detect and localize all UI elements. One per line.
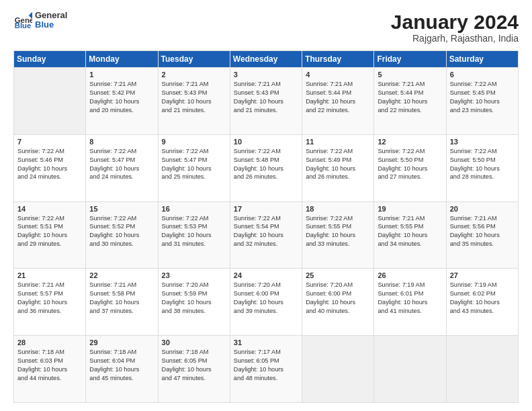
- logo: General Blue General Blue: [13, 11, 67, 30]
- day-info: Sunrise: 7:21 AMSunset: 5:44 PMDaylight:…: [306, 80, 370, 115]
- calendar-cell: 7Sunrise: 7:22 AMSunset: 5:46 PMDaylight…: [14, 134, 86, 201]
- calendar-cell: 10Sunrise: 7:22 AMSunset: 5:48 PMDayligh…: [230, 134, 302, 201]
- day-info: Sunrise: 7:21 AMSunset: 5:43 PMDaylight:…: [162, 80, 226, 115]
- calendar-cell: 13Sunrise: 7:22 AMSunset: 5:50 PMDayligh…: [446, 134, 518, 201]
- calendar-page: General Blue General Blue January 2024 R…: [0, 0, 532, 411]
- day-number: 16: [162, 205, 226, 213]
- calendar-cell: 22Sunrise: 7:21 AMSunset: 5:58 PMDayligh…: [86, 269, 158, 336]
- calendar-cell: [374, 336, 446, 403]
- day-info: Sunrise: 7:18 AMSunset: 6:03 PMDaylight:…: [17, 348, 82, 383]
- day-number: 18: [306, 205, 370, 213]
- calendar-week-5: 28Sunrise: 7:18 AMSunset: 6:03 PMDayligh…: [14, 336, 519, 403]
- day-info: Sunrise: 7:22 AMSunset: 5:50 PMDaylight:…: [450, 147, 515, 182]
- calendar-cell: 9Sunrise: 7:22 AMSunset: 5:47 PMDaylight…: [158, 134, 230, 201]
- day-number: 22: [89, 271, 154, 279]
- day-number: 29: [89, 338, 154, 347]
- day-info: Sunrise: 7:21 AMSunset: 5:55 PMDaylight:…: [378, 214, 442, 249]
- calendar-cell: 16Sunrise: 7:22 AMSunset: 5:53 PMDayligh…: [158, 201, 230, 269]
- calendar-cell: 24Sunrise: 7:20 AMSunset: 6:00 PMDayligh…: [230, 269, 302, 336]
- weekday-saturday: Saturday: [446, 51, 518, 68]
- calendar-cell: [446, 336, 518, 403]
- calendar-cell: 31Sunrise: 7:17 AMSunset: 6:05 PMDayligh…: [230, 336, 302, 403]
- calendar-cell: 17Sunrise: 7:22 AMSunset: 5:54 PMDayligh…: [230, 201, 302, 269]
- weekday-wednesday: Wednesday: [230, 51, 302, 68]
- day-number: 23: [162, 271, 226, 279]
- day-info: Sunrise: 7:22 AMSunset: 5:45 PMDaylight:…: [450, 80, 515, 115]
- day-info: Sunrise: 7:20 AMSunset: 5:59 PMDaylight:…: [162, 281, 226, 316]
- calendar-cell: 18Sunrise: 7:22 AMSunset: 5:55 PMDayligh…: [302, 201, 374, 269]
- day-number: 3: [234, 71, 298, 79]
- calendar-week-3: 14Sunrise: 7:22 AMSunset: 5:51 PMDayligh…: [14, 201, 519, 269]
- weekday-friday: Friday: [374, 51, 446, 68]
- day-number: 14: [17, 205, 82, 213]
- day-info: Sunrise: 7:22 AMSunset: 5:55 PMDaylight:…: [306, 214, 370, 249]
- day-info: Sunrise: 7:22 AMSunset: 5:47 PMDaylight:…: [89, 147, 154, 182]
- day-number: 24: [234, 271, 298, 279]
- day-number: 17: [234, 205, 298, 213]
- calendar-cell: 20Sunrise: 7:21 AMSunset: 5:56 PMDayligh…: [446, 201, 518, 269]
- calendar-cell: 1Sunrise: 7:21 AMSunset: 5:42 PMDaylight…: [86, 68, 158, 135]
- calendar-cell: 29Sunrise: 7:18 AMSunset: 6:04 PMDayligh…: [86, 336, 158, 403]
- calendar-cell: 14Sunrise: 7:22 AMSunset: 5:51 PMDayligh…: [14, 201, 86, 269]
- day-number: 31: [234, 338, 298, 347]
- day-info: Sunrise: 7:20 AMSunset: 6:00 PMDaylight:…: [306, 281, 370, 316]
- day-number: 15: [89, 205, 154, 213]
- calendar-week-1: 1Sunrise: 7:21 AMSunset: 5:42 PMDaylight…: [14, 68, 519, 135]
- location: Rajgarh, Rajasthan, India: [391, 33, 519, 44]
- calendar-cell: 21Sunrise: 7:21 AMSunset: 5:57 PMDayligh…: [14, 269, 86, 336]
- calendar-cell: 6Sunrise: 7:22 AMSunset: 5:45 PMDaylight…: [446, 68, 518, 135]
- day-info: Sunrise: 7:22 AMSunset: 5:51 PMDaylight:…: [17, 214, 82, 249]
- calendar-cell: 26Sunrise: 7:19 AMSunset: 6:01 PMDayligh…: [374, 269, 446, 336]
- calendar-cell: 19Sunrise: 7:21 AMSunset: 5:55 PMDayligh…: [374, 201, 446, 269]
- day-number: 19: [378, 205, 442, 213]
- weekday-header-row: SundayMondayTuesdayWednesdayThursdayFrid…: [14, 51, 519, 68]
- day-number: 13: [450, 138, 515, 146]
- day-info: Sunrise: 7:22 AMSunset: 5:46 PMDaylight:…: [17, 147, 82, 182]
- calendar-cell: 4Sunrise: 7:21 AMSunset: 5:44 PMDaylight…: [302, 68, 374, 135]
- day-number: 7: [17, 138, 82, 146]
- day-info: Sunrise: 7:19 AMSunset: 6:02 PMDaylight:…: [450, 281, 515, 316]
- day-number: 11: [306, 138, 370, 146]
- calendar-cell: 12Sunrise: 7:22 AMSunset: 5:50 PMDayligh…: [374, 134, 446, 201]
- calendar-cell: 15Sunrise: 7:22 AMSunset: 5:52 PMDayligh…: [86, 201, 158, 269]
- day-number: 10: [234, 138, 298, 146]
- day-number: 9: [162, 138, 226, 146]
- day-number: 6: [450, 71, 515, 79]
- calendar-cell: 3Sunrise: 7:21 AMSunset: 5:43 PMDaylight…: [230, 68, 302, 135]
- day-number: 21: [17, 271, 82, 279]
- day-info: Sunrise: 7:22 AMSunset: 5:50 PMDaylight:…: [378, 147, 442, 182]
- day-info: Sunrise: 7:22 AMSunset: 5:49 PMDaylight:…: [306, 147, 370, 182]
- day-info: Sunrise: 7:21 AMSunset: 5:57 PMDaylight:…: [17, 281, 82, 316]
- day-info: Sunrise: 7:21 AMSunset: 5:43 PMDaylight:…: [234, 80, 298, 115]
- day-info: Sunrise: 7:22 AMSunset: 5:52 PMDaylight:…: [89, 214, 154, 249]
- calendar-week-2: 7Sunrise: 7:22 AMSunset: 5:46 PMDaylight…: [14, 134, 519, 201]
- calendar-cell: 30Sunrise: 7:18 AMSunset: 6:05 PMDayligh…: [158, 336, 230, 403]
- calendar-cell: 27Sunrise: 7:19 AMSunset: 6:02 PMDayligh…: [446, 269, 518, 336]
- day-info: Sunrise: 7:17 AMSunset: 6:05 PMDaylight:…: [234, 348, 298, 383]
- day-number: 4: [306, 71, 370, 79]
- day-number: 5: [378, 71, 442, 79]
- logo-blue: Blue: [35, 20, 67, 30]
- calendar-week-4: 21Sunrise: 7:21 AMSunset: 5:57 PMDayligh…: [14, 269, 519, 336]
- calendar-cell: [302, 336, 374, 403]
- header: General Blue General Blue January 2024 R…: [13, 11, 519, 44]
- calendar-cell: 23Sunrise: 7:20 AMSunset: 5:59 PMDayligh…: [158, 269, 230, 336]
- day-info: Sunrise: 7:22 AMSunset: 5:47 PMDaylight:…: [162, 147, 226, 182]
- day-info: Sunrise: 7:22 AMSunset: 5:54 PMDaylight:…: [234, 214, 298, 249]
- month-title: January 2024: [391, 11, 519, 33]
- calendar-cell: 5Sunrise: 7:21 AMSunset: 5:44 PMDaylight…: [374, 68, 446, 135]
- calendar-cell: 25Sunrise: 7:20 AMSunset: 6:00 PMDayligh…: [302, 269, 374, 336]
- calendar-table: SundayMondayTuesdayWednesdayThursdayFrid…: [13, 50, 519, 403]
- day-number: 27: [450, 271, 515, 279]
- day-number: 1: [89, 71, 154, 79]
- day-number: 26: [378, 271, 442, 279]
- day-info: Sunrise: 7:21 AMSunset: 5:56 PMDaylight:…: [450, 214, 515, 249]
- weekday-sunday: Sunday: [14, 51, 86, 68]
- svg-text:Blue: Blue: [15, 22, 32, 30]
- day-number: 28: [17, 338, 82, 347]
- day-number: 30: [162, 338, 226, 347]
- day-number: 2: [162, 71, 226, 79]
- day-info: Sunrise: 7:22 AMSunset: 5:53 PMDaylight:…: [162, 214, 226, 249]
- day-number: 25: [306, 271, 370, 279]
- calendar-cell: 8Sunrise: 7:22 AMSunset: 5:47 PMDaylight…: [86, 134, 158, 201]
